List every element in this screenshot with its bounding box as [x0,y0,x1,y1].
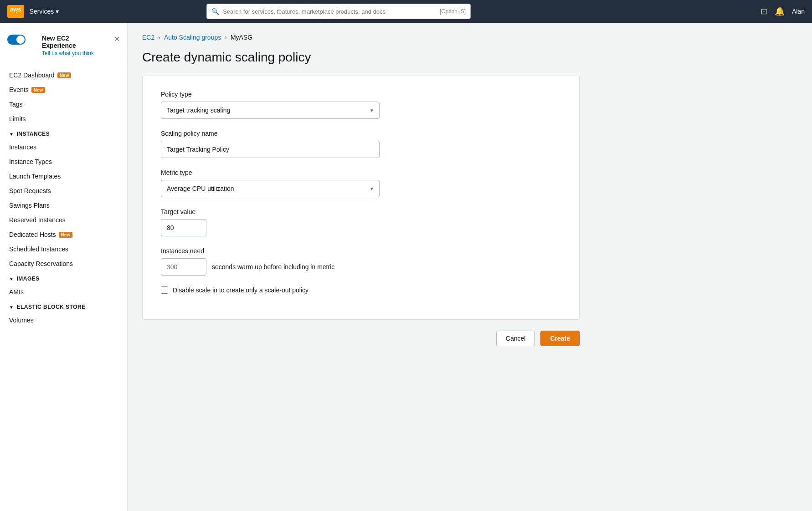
policy-name-input[interactable] [161,141,380,158]
events-badge: New [31,87,46,93]
sidebar-item-capacity-reservations[interactable]: Capacity Reservations [0,256,127,271]
services-chevron-icon: ▾ [56,8,59,15]
events-label: Events [9,86,29,93]
policy-type-label: Policy type [161,91,561,98]
page-title: Create dynamic scaling policy [142,50,797,65]
global-search[interactable]: 🔍 [Option+S] [206,4,471,19]
instances-arrow-icon: ▼ [9,132,14,137]
sidebar-item-reserved-instances[interactable]: Reserved Instances [0,213,127,227]
create-button[interactable]: Create [540,331,580,346]
sidebar-item-ec2dashboard[interactable]: EC2 Dashboard New [0,68,127,82]
action-bar: Cancel Create [142,331,580,346]
services-menu[interactable]: Services ▾ [30,8,59,15]
terminal-icon[interactable]: ⊡ [761,6,767,16]
search-icon: 🔍 [211,8,219,15]
warmup-input[interactable] [161,258,206,276]
search-input[interactable] [223,8,436,15]
target-value-label: Target value [161,208,561,215]
new-experience-toggle[interactable] [7,35,26,45]
instances-section-label: INSTANCES [16,131,50,137]
sidebar-item-instances[interactable]: Instances [0,140,127,154]
breadcrumb-sep-2: › [225,34,227,41]
ec2-dashboard-badge: New [57,72,72,78]
metric-type-label: Metric type [161,169,561,176]
page-layout: New EC2Experience Tell us what you think… [0,23,812,511]
breadcrumb: EC2 › Auto Scaling groups › MyASG [142,34,797,41]
cancel-button[interactable]: Cancel [496,331,535,346]
username-label[interactable]: Alan [792,8,805,15]
instances-need-label: Instances need [161,247,561,255]
images-section-label: IMAGES [16,276,39,282]
section-images[interactable]: ▼ IMAGES [0,271,127,285]
images-arrow-icon: ▼ [9,276,14,281]
ebs-arrow-icon: ▼ [9,305,14,310]
policy-type-select-wrapper: Target tracking scaling Step scaling Sim… [161,102,380,119]
sidebar-item-savings-plans[interactable]: Savings Plans [0,198,127,213]
dedicated-hosts-badge: New [59,232,73,238]
sidebar: New EC2Experience Tell us what you think… [0,23,128,511]
aws-logo: aws ⁀ [7,5,24,18]
toggle-feedback-link[interactable]: Tell us what you think [42,50,94,56]
notification-icon[interactable]: 🔔 [775,6,785,16]
close-icon[interactable]: ✕ [114,35,120,43]
sidebar-item-volumes[interactable]: Volumes [0,313,127,327]
toggle-title: New EC2Experience [42,35,94,49]
sidebar-item-instance-types[interactable]: Instance Types [0,154,127,169]
sidebar-item-events[interactable]: Events New [0,82,127,97]
limits-label: Limits [9,115,26,123]
sidebar-item-spot-requests[interactable]: Spot Requests [0,184,127,198]
section-instances[interactable]: ▼ INSTANCES [0,126,127,140]
policy-name-group: Scaling policy name [161,130,561,158]
breadcrumb-sep-1: › [158,34,160,41]
disable-scalein-checkbox[interactable] [161,286,168,294]
metric-type-select[interactable]: Average CPU utilization Average Network … [161,180,380,197]
sidebar-item-launch-templates[interactable]: Launch Templates [0,169,127,184]
ebs-section-label: ELASTIC BLOCK STORE [16,304,85,310]
breadcrumb-current: MyASG [231,34,252,41]
ec2-dashboard-label: EC2 Dashboard [9,72,55,79]
main-content: EC2 › Auto Scaling groups › MyASG Create… [128,23,812,511]
toggle-label-group: New EC2Experience Tell us what you think [42,35,94,56]
policy-type-group: Policy type Target tracking scaling Step… [161,91,561,119]
search-shortcut: [Option+S] [440,8,466,15]
form-card: Policy type Target tracking scaling Step… [142,76,580,320]
section-ebs[interactable]: ▼ ELASTIC BLOCK STORE [0,299,127,313]
services-label: Services [30,8,54,15]
policy-name-label: Scaling policy name [161,130,561,137]
disable-scalein-checkbox-group: Disable scale in to create only a scale-… [161,286,561,294]
tags-label: Tags [9,101,23,108]
sidebar-item-scheduled-instances[interactable]: Scheduled Instances [0,242,127,256]
sidebar-item-amis[interactable]: AMIs [0,285,127,299]
breadcrumb-ec2[interactable]: EC2 [142,34,154,41]
sidebar-item-tags[interactable]: Tags [0,97,127,112]
sidebar-item-limits[interactable]: Limits [0,112,127,126]
warmup-inline-group: seconds warm up before including in metr… [161,258,561,276]
instances-need-group: Instances need seconds warm up before in… [161,247,561,276]
warmup-suffix-text: seconds warm up before including in metr… [212,263,334,271]
sidebar-item-dedicated-hosts[interactable]: Dedicated Hosts New [0,227,127,242]
metric-type-select-wrapper: Average CPU utilization Average Network … [161,180,380,197]
new-experience-section: New EC2Experience Tell us what you think… [0,30,127,64]
policy-type-select[interactable]: Target tracking scaling Step scaling Sim… [161,102,380,119]
target-value-input[interactable] [161,219,206,236]
target-value-group: Target value [161,208,561,236]
nav-right: ⊡ 🔔 Alan [761,6,805,16]
disable-scalein-label: Disable scale in to create only a scale-… [173,286,308,294]
top-nav: aws ⁀ Services ▾ 🔍 [Option+S] ⊡ 🔔 Alan [0,0,812,23]
disable-scalein-group: Disable scale in to create only a scale-… [161,286,561,294]
breadcrumb-asg[interactable]: Auto Scaling groups [164,34,221,41]
metric-type-group: Metric type Average CPU utilization Aver… [161,169,561,197]
